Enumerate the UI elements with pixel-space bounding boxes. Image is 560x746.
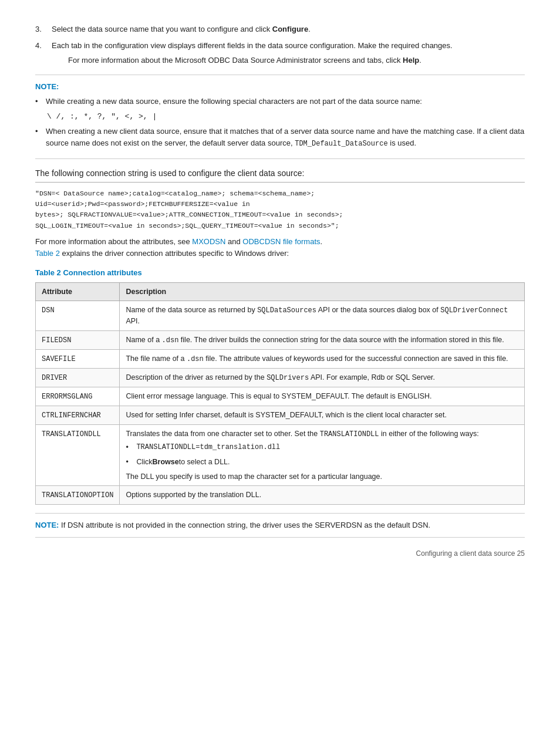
note-bullets: While creating a new data source, ensure… — [35, 96, 525, 107]
step-4: 4. Each tab in the configuration view di… — [35, 40, 525, 66]
help-bold: Help — [403, 56, 419, 65]
xref-line: For more information about the attribute… — [35, 236, 525, 248]
attr-dsn: DSN — [36, 301, 120, 331]
col-description: Description — [120, 282, 525, 301]
step4-text: Each tab in the configuration view displ… — [52, 41, 453, 50]
table-row: SAVEFILE The file name of a .dsn file. T… — [36, 350, 525, 369]
note-bullets-2: When creating a new client data source, … — [35, 126, 525, 149]
table-ref-line: Table 2 explains the driver connection a… — [35, 248, 525, 259]
desc-ctrlinfernchar: Used for setting Infer charset, default … — [120, 406, 525, 425]
attr-translationdll: TRANSLATIONDLL — [36, 425, 120, 486]
desc-savefile: The file name of a .dsn file. The attrib… — [120, 350, 525, 369]
attr-savefile: SAVEFILE — [36, 350, 120, 369]
odbcdsn-link[interactable]: ODBCDSN file formats — [242, 237, 320, 246]
table-row: DRIVER Description of the driver as retu… — [36, 369, 525, 387]
desc-dsn: Name of the data source as returned by S… — [120, 301, 525, 331]
translationdll-bullets: TRANSLATIONDLL=tdm_translation.dll Click… — [126, 442, 518, 468]
desc-errormsglang: Client error message language. This is e… — [120, 387, 525, 406]
table-row: FILEDSN Name of a .dsn file. The driver … — [36, 331, 525, 350]
special-chars: \ /, :, *, ?, ", <, >, | — [47, 111, 525, 123]
tdm-default: TDM_Default_DataSource — [295, 140, 387, 148]
table-row: TRANSLATIONOPTION Options supported by t… — [36, 486, 525, 505]
connection-table: Attribute Description DSN Name of the da… — [35, 282, 525, 505]
desc-filedsn: Name of a .dsn file. The driver builds t… — [120, 331, 525, 350]
note-bullet-2: When creating a new client data source, … — [35, 126, 525, 149]
attr-ctrlinfernchar: CTRLINFERNCHAR — [36, 406, 120, 425]
note-box: NOTE: While creating a new data source, … — [35, 75, 525, 159]
translationdll-bullet-1: TRANSLATIONDLL=tdm_translation.dll — [126, 442, 518, 453]
page-footer: Configuring a client data source 25 — [35, 548, 525, 559]
attr-filedsn: FILEDSN — [36, 331, 120, 350]
note-bullet-1: While creating a new data source, ensure… — [35, 96, 525, 107]
table-heading: Table 2 Connection attributes — [35, 267, 525, 279]
section-heading: The following connection string is used … — [35, 167, 525, 183]
attr-errormsglang: ERRORMSGLANG — [36, 387, 120, 406]
mxodsn-link[interactable]: MXODSN — [192, 237, 225, 246]
table-row: DSN Name of the data source as returned … — [36, 301, 525, 331]
table2-link[interactable]: Table 2 — [35, 249, 60, 258]
step3-bold: Configure — [272, 25, 308, 33]
table-row: ERRORMSGLANG Client error message langua… — [36, 387, 525, 406]
steps-list: 3. Select the data source name that you … — [35, 23, 525, 66]
note-label: NOTE: — [35, 82, 59, 91]
footer-text: Configuring a client data source 25 — [416, 548, 525, 559]
table-row: CTRLINFERNCHAR Used for setting Infer ch… — [36, 406, 525, 425]
desc-translationoption: Options supported by the translation DLL… — [120, 486, 525, 505]
step4-indent: For more information about the Microsoft… — [68, 55, 525, 66]
code-block: "DSN=< DataSource name>;catalog=<catalog… — [35, 188, 525, 232]
attr-translationoption: TRANSLATIONOPTION — [36, 486, 120, 505]
translationdll-bullet-2: Click Browse to select a DLL. — [126, 457, 518, 468]
bottom-note-text: If DSN attribute is not provided in the … — [61, 521, 430, 529]
bottom-note-label: NOTE: — [35, 521, 59, 529]
desc-driver: Description of the driver as returned by… — [120, 369, 525, 387]
step-3: 3. Select the data source name that you … — [35, 23, 525, 35]
step3-text: Select the data source name that you wan… — [52, 25, 272, 33]
attr-driver: DRIVER — [36, 369, 120, 387]
table-row: TRANSLATIONDLL Translates the data from … — [36, 425, 525, 486]
translationdll-trail: The DLL you specify is used to map the c… — [126, 472, 382, 481]
col-attribute: Attribute — [36, 282, 120, 301]
table-header-row: Attribute Description — [36, 282, 525, 301]
desc-translationdll: Translates the data from one character s… — [120, 425, 525, 486]
bottom-note: NOTE: If DSN attribute is not provided i… — [35, 513, 525, 538]
